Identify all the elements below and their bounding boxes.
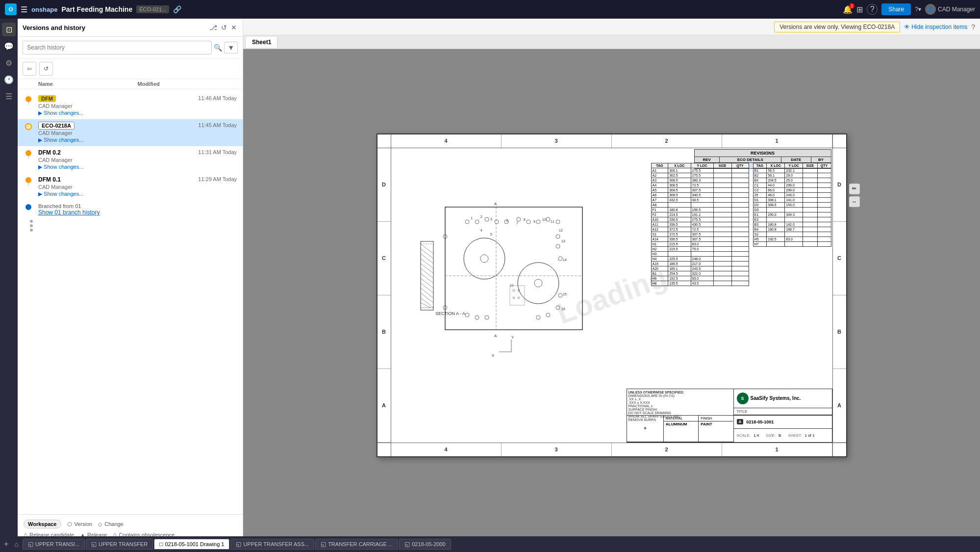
btab-upper-transfer[interactable]: ◱ UPPER TRANSFER — [86, 539, 153, 550]
version-dot-dfm — [25, 96, 31, 102]
svg-line-14 — [421, 298, 433, 308]
btab-transfer-carriage[interactable]: ◱ TRANSFER CARRIAGE ... — [315, 539, 398, 550]
refresh-icon[interactable]: ↺ — [220, 23, 228, 32]
btab-icon-3: ◱ — [236, 541, 241, 548]
btab-label-0: UPPER TRANSI... — [35, 541, 79, 547]
svg-line-8 — [421, 268, 433, 278]
search-input[interactable] — [23, 41, 212, 54]
sidebar-icon-config[interactable]: ⚙ — [2, 56, 16, 70]
grid-row-d: D — [377, 148, 391, 222]
version-item-eco[interactable]: ⚠ ECO-0218A CAD Manager ▶ Show changes..… — [18, 119, 243, 146]
drawing-canvas[interactable]: 4 3 2 1 4 3 2 1 D — [243, 49, 980, 541]
btab-drawing-2000[interactable]: ◱ 0218-05-2000 — [399, 539, 451, 550]
action-back-btn[interactable]: ⇦ — [23, 62, 36, 76]
svg-point-20 — [534, 279, 542, 287]
svg-text:11: 11 — [551, 220, 554, 223]
sidebar-icon-history[interactable]: 🕐 — [2, 73, 16, 86]
user-area[interactable]: 👤 CAD Manager — [925, 4, 975, 15]
grid-left: D C B A — [377, 134, 391, 456]
version-dot-dfm01 — [25, 177, 31, 183]
toolbar-question-icon[interactable]: ? — [971, 23, 975, 31]
annotation-tool[interactable]: ✏ — [849, 184, 860, 194]
version-time-eco: 11:45 AM Today — [198, 122, 237, 128]
svg-point-35 — [556, 306, 560, 310]
add-tab-button[interactable]: + — [2, 540, 10, 549]
svg-text:7: 7 — [516, 221, 518, 225]
svg-line-6 — [421, 259, 433, 268]
right-panel-icons: ✏ ↔ — [849, 184, 860, 207]
svg-text:15: 15 — [563, 292, 567, 296]
tab-sheet1[interactable]: Sheet1 — [246, 37, 277, 48]
version-meta-eco: CAD Manager — [38, 130, 193, 136]
grid-col-bot-2: 2 — [612, 443, 722, 456]
search-button[interactable]: 🔍 — [214, 44, 222, 52]
btab-upper-transi[interactable]: ◱ UPPER TRANSI... — [23, 539, 85, 550]
help-icon[interactable]: ? — [867, 4, 878, 15]
btab-icon-5: ◱ — [404, 541, 410, 548]
sidebar-icon-comments[interactable]: 💬 — [2, 39, 16, 53]
version-name-dfm02: DFM 0.2 — [38, 149, 193, 156]
svg-point-32 — [556, 244, 560, 248]
grid-icon[interactable]: ⊞ — [856, 5, 863, 14]
dimension-tool[interactable]: ↔ — [849, 196, 860, 207]
version-label: Version — [75, 521, 93, 527]
help-dropdown[interactable]: ?▾ — [915, 6, 921, 13]
by-col-header: BY — [811, 157, 831, 162]
change-badge-item[interactable]: ◇ Change — [98, 520, 124, 528]
sidebar-icon-list[interactable]: ☰ — [2, 89, 16, 103]
main-drawing-svg: SECTION A - A — [396, 163, 661, 379]
svg-text:8: 8 — [524, 218, 526, 221]
svg-point-24 — [495, 220, 499, 224]
svg-text:16: 16 — [561, 307, 565, 311]
link-icon[interactable]: 🔗 — [173, 5, 181, 13]
hamburger-icon[interactable]: ☰ — [21, 5, 27, 14]
svg-text:9: 9 — [533, 220, 535, 223]
section-label: SECTION A - A — [435, 311, 465, 316]
version-info-dfm02: DFM 0.2 CAD Manager ▶ Show changes... — [38, 149, 193, 170]
material-val: ALUMINUM — [664, 421, 698, 427]
hide-inspection-button[interactable]: 👁 Hide inspection items — [904, 24, 967, 30]
grid-top: 4 3 2 1 — [377, 134, 846, 148]
change-label: Change — [104, 521, 124, 527]
notification-icon[interactable]: 🔔2 — [843, 5, 853, 14]
show-changes-dfm02[interactable]: ▶ Show changes... — [38, 164, 193, 170]
btab-upper-transfer-ass[interactable]: ◱ UPPER TRANSFER ASS... — [230, 539, 314, 550]
svg-line-11 — [421, 283, 433, 293]
workspace-badge[interactable]: Workspace — [24, 520, 61, 528]
user-name: CAD Manager — [938, 6, 975, 13]
filter-button[interactable]: ▼ — [224, 42, 238, 53]
drawing-content: Loading REVISIONS REV ECO DETAILS DATE B… — [391, 148, 832, 443]
show-changes-eco[interactable]: ▶ Show changes... — [38, 137, 193, 143]
share-button[interactable]: Share — [881, 3, 911, 15]
show-changes-dfm[interactable]: ▶ Show changes... — [38, 110, 193, 116]
version-item-dfm[interactable]: DFM CAD Manager ▶ Show changes... 11:46 … — [18, 92, 243, 119]
close-panel-icon[interactable]: ✕ — [230, 23, 238, 32]
branch-icon[interactable]: ⎇ — [208, 23, 218, 32]
home-tab-button[interactable]: ⌂ — [11, 540, 21, 548]
svg-point-29 — [546, 217, 550, 221]
show-changes-dfm01[interactable]: ▶ Show changes... — [38, 191, 193, 197]
version-dot-dfm02 — [25, 150, 31, 156]
action-refresh-btn[interactable]: ↺ — [39, 62, 53, 76]
btab-label-4: TRANSFER CARRIAGE ... — [328, 541, 393, 547]
branch-history-link[interactable]: Show 01 branch history — [38, 209, 237, 216]
btab-drawing-active[interactable]: □ 0218-05-1001 Drawing 1 — [154, 539, 229, 550]
svg-point-23 — [485, 217, 489, 221]
doc-title: Part Feeding Machine — [61, 5, 132, 13]
sidebar-icon-versions[interactable]: ⊡ — [2, 23, 16, 36]
btab-label-2: 0218-05-1001 Drawing 1 — [165, 541, 224, 547]
svg-line-13 — [421, 293, 433, 303]
finish-val: PAINT — [699, 421, 733, 427]
svg-text:13: 13 — [561, 239, 565, 243]
version-item-dfm01[interactable]: DFM 0.1 CAD Manager ▶ Show changes... 11… — [18, 173, 243, 200]
title-label: TITLE — [737, 409, 748, 414]
svg-point-31 — [556, 235, 560, 238]
app-logo: O — [5, 3, 17, 15]
btab-icon-2: □ — [159, 541, 163, 548]
version-badge-item[interactable]: ⬡ Version — [67, 520, 93, 528]
grid-col-bot-3: 3 — [502, 443, 612, 456]
grid-col-bot-1: 1 — [722, 443, 832, 456]
version-name-dfm01: DFM 0.1 — [38, 176, 193, 183]
svg-text:2: 2 — [480, 215, 482, 218]
version-item-dfm02[interactable]: DFM 0.2 CAD Manager ▶ Show changes... 11… — [18, 146, 243, 173]
